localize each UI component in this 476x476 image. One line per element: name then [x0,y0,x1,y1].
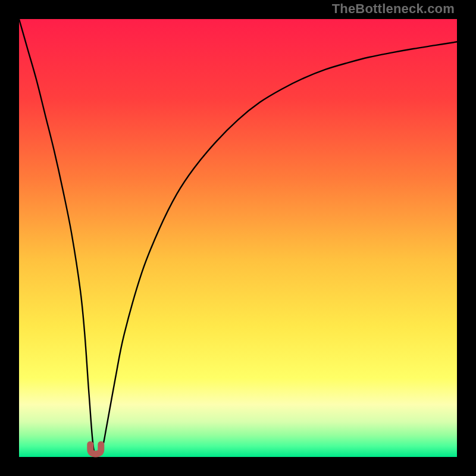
plot-area [19,19,457,457]
watermark-text: TheBottleneck.com [332,1,455,17]
chart-frame [19,19,457,457]
bottleneck-curve [19,19,457,457]
